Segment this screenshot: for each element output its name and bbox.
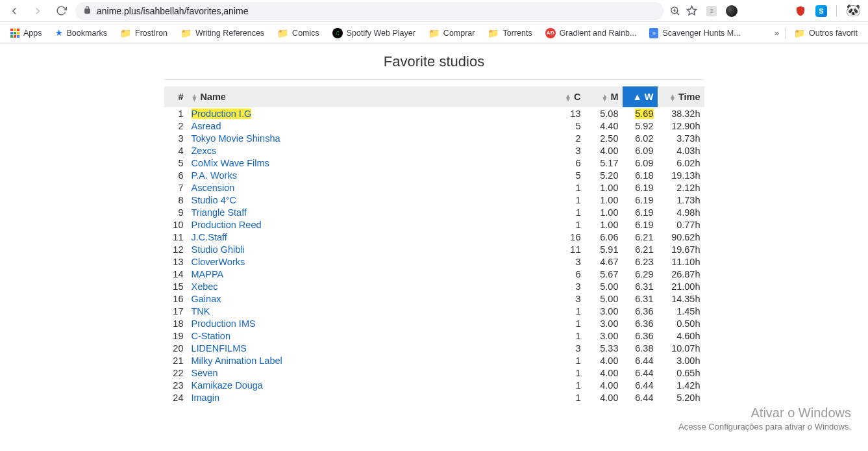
- cell-c: 3: [554, 255, 585, 268]
- col-time[interactable]: ▲▼Time: [658, 86, 704, 107]
- col-m[interactable]: ▲▼M: [585, 86, 623, 107]
- studio-link[interactable]: Seven: [192, 368, 218, 378]
- cell-time: 19.67h: [658, 243, 704, 255]
- studio-link[interactable]: Production IMS: [192, 318, 256, 329]
- extension-badge[interactable]: 2: [706, 6, 717, 16]
- cell-c: 6: [554, 268, 585, 280]
- col-w[interactable]: ▲ W: [623, 86, 658, 107]
- col-c[interactable]: ▲▼C: [554, 86, 585, 107]
- studio-link[interactable]: Zexcs: [192, 146, 217, 156]
- studio-link[interactable]: C-Station: [192, 331, 230, 341]
- bookmark-link[interactable]: ♫Spotify Web Player: [327, 25, 421, 41]
- page-content: Favorite studios # ▲▼Name ▲▼C ▲▼M ▲ W ▲▼…: [0, 44, 868, 404]
- cell-rank: 13: [164, 255, 188, 268]
- table-row: 4Zexcs34.006.094.03h: [164, 144, 704, 157]
- back-button[interactable]: [5, 2, 23, 20]
- bookmark-star-icon: ★: [55, 28, 63, 38]
- studio-link[interactable]: TNK: [192, 306, 210, 316]
- studio-link[interactable]: Kamikaze Douga: [192, 380, 263, 391]
- cell-rank: 24: [164, 391, 188, 404]
- studio-link[interactable]: P.A. Works: [192, 170, 237, 181]
- studio-link[interactable]: MAPPA: [192, 269, 224, 279]
- cell-w: 6.19: [623, 218, 658, 231]
- studio-link[interactable]: Ascension: [192, 183, 235, 193]
- cell-name: TNK: [188, 305, 554, 317]
- studio-link[interactable]: Triangle Staff: [192, 207, 247, 218]
- bookmark-link[interactable]: ≡Scavenger Hunts M...: [644, 25, 745, 41]
- studio-link[interactable]: Studio Ghibli: [192, 244, 245, 255]
- studio-link[interactable]: J.C.Staff: [192, 232, 227, 242]
- cell-name: LIDENFILMS: [188, 342, 554, 354]
- cell-c: 3: [554, 342, 585, 354]
- zoom-icon[interactable]: [669, 5, 680, 17]
- bookmark-link[interactable]: ADGradient and Rainb...: [540, 25, 642, 41]
- more-bookmarks-icon[interactable]: »: [771, 28, 783, 38]
- cell-m: 5.33: [585, 342, 623, 354]
- cell-c: 2: [554, 132, 585, 144]
- extension-icons: 2 S: [702, 5, 863, 18]
- cell-m: 4.40: [585, 120, 623, 132]
- forward-button[interactable]: [29, 2, 47, 20]
- cell-time: 12.90h: [658, 120, 704, 132]
- sort-icon: ▲▼: [192, 94, 198, 101]
- cell-m: 5.00: [585, 280, 623, 292]
- table-row: 21Milky Animation Label14.006.443.00h: [164, 354, 704, 367]
- table-row: 16Gainax35.006.3114.35h: [164, 292, 704, 305]
- panda-icon[interactable]: [846, 5, 859, 18]
- skype-icon[interactable]: S: [815, 5, 827, 17]
- table-row: 7Ascension11.006.192.12h: [164, 181, 704, 194]
- cell-c: 1: [554, 305, 585, 317]
- studio-link[interactable]: LIDENFILMS: [192, 343, 247, 354]
- studio-link[interactable]: Asread: [192, 121, 221, 131]
- cell-m: 4.00: [585, 367, 623, 379]
- table-row: 14MAPPA65.676.2926.87h: [164, 268, 704, 280]
- cell-w: 6.09: [623, 157, 658, 169]
- studio-link[interactable]: Gainax: [192, 294, 221, 304]
- ublock-icon[interactable]: [795, 5, 806, 17]
- cell-w: 5.92: [623, 120, 658, 132]
- extension-dark-icon[interactable]: [726, 5, 738, 17]
- star-icon[interactable]: [686, 5, 697, 17]
- studio-link[interactable]: Production I.G: [192, 109, 252, 119]
- studio-link[interactable]: CloverWorks: [192, 257, 245, 267]
- cell-rank: 2: [164, 120, 188, 132]
- cell-rank: 1: [164, 107, 188, 120]
- cell-w: 6.44: [623, 391, 658, 404]
- cell-w: 6.44: [623, 367, 658, 379]
- studio-link[interactable]: Milky Animation Label: [192, 355, 282, 366]
- cell-c: 3: [554, 144, 585, 157]
- bookmarks-button[interactable]: ★ Bookmarks: [50, 25, 113, 40]
- cell-time: 2.12h: [658, 181, 704, 194]
- bookmark-folder[interactable]: 📁FrostIron: [115, 25, 173, 41]
- separator: [786, 27, 786, 39]
- cell-time: 1.42h: [658, 379, 704, 391]
- cell-time: 19.13h: [658, 169, 704, 181]
- studio-link[interactable]: CoMix Wave Films: [192, 158, 269, 168]
- apps-button[interactable]: Apps: [5, 26, 47, 40]
- sort-icon: ▲▼: [602, 94, 608, 101]
- col-name[interactable]: ▲▼Name: [188, 86, 554, 107]
- cell-c: 13: [554, 107, 585, 120]
- cell-rank: 5: [164, 157, 188, 169]
- bookmark-folder[interactable]: 📁Comprar: [423, 25, 480, 41]
- bookmark-folder[interactable]: 📁Torrents: [482, 25, 537, 41]
- studio-link[interactable]: Tokyo Movie Shinsha: [192, 133, 280, 144]
- bookmark-folder[interactable]: 📁Comics: [272, 25, 325, 41]
- cell-name: Production Reed: [188, 218, 554, 231]
- bookmark-folder[interactable]: 📁Writing References: [175, 25, 269, 41]
- cell-c: 11: [554, 243, 585, 255]
- reload-button[interactable]: [52, 2, 70, 20]
- other-bookmarks[interactable]: 📁Outros favorit: [789, 25, 863, 41]
- cell-rank: 10: [164, 218, 188, 231]
- studio-link[interactable]: Studio 4°C: [192, 195, 236, 205]
- studio-link[interactable]: Xebec: [192, 281, 218, 292]
- cell-m: 4.00: [585, 391, 623, 404]
- studio-link[interactable]: Imagin: [192, 393, 220, 403]
- folder-icon: 📁: [428, 28, 440, 38]
- studio-link[interactable]: Production Reed: [192, 220, 262, 230]
- col-rank[interactable]: #: [164, 86, 188, 107]
- address-bar[interactable]: anime.plus/isahbellah/favorites,anime: [75, 2, 663, 20]
- cell-c: 1: [554, 206, 585, 218]
- cell-time: 5.20h: [658, 391, 704, 404]
- cell-rank: 17: [164, 305, 188, 317]
